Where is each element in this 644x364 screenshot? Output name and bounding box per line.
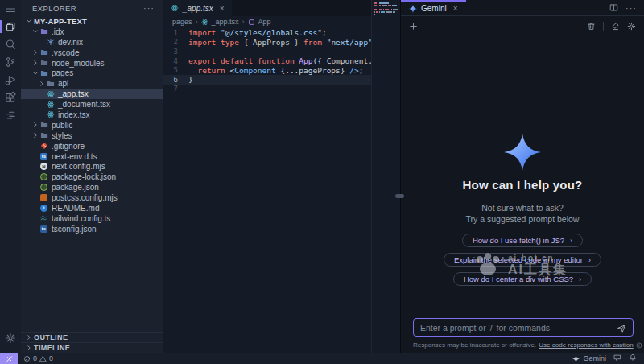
explorer-icon[interactable] xyxy=(0,18,21,35)
react-icon xyxy=(47,101,55,109)
folder-icon xyxy=(40,131,48,139)
tree-item-pages[interactable]: pages xyxy=(21,68,163,78)
chevron-down-icon xyxy=(25,17,33,25)
tree-item-my-app-text[interactable]: MY-APP-TEXT xyxy=(21,16,163,27)
explorer-sidebar: EXPLORER ··· MY-APP-TEXT.idxdev.nix.vsco… xyxy=(21,0,163,353)
tree-item-index-tsx[interactable]: index.tsx xyxy=(21,110,163,120)
menu-icon[interactable] xyxy=(0,2,21,15)
tree-item-postcss-config-mjs[interactable]: postcss.config.mjs xyxy=(21,192,163,203)
suggested-prompt-3[interactable]: How do I center a div with CSS?› xyxy=(453,272,592,286)
trash-icon[interactable] xyxy=(587,22,596,31)
new-chat-icon[interactable] xyxy=(409,22,418,31)
code-line-5: 5 return <Component {...pageProps} />; xyxy=(163,65,400,75)
code-editor[interactable]: 1import "@/styles/globals.css";2import t… xyxy=(163,27,400,353)
feedback-icon[interactable] xyxy=(613,354,621,363)
panel-resize-handle[interactable] xyxy=(395,194,404,198)
tree-item-vscode[interactable]: .vscode xyxy=(21,48,163,58)
close-icon[interactable]: × xyxy=(453,4,458,13)
gemini-hint: Not sure what to ask? Try a suggested pr… xyxy=(466,202,580,225)
code-line-3: 3 xyxy=(163,47,400,56)
tree-item-tailwind-config-ts[interactable]: tailwind.config.ts xyxy=(21,213,163,224)
timeline-section[interactable]: TIMELINE xyxy=(21,342,163,353)
warnings-count: 0 xyxy=(49,354,53,362)
postcss-icon xyxy=(40,194,47,201)
react-icon xyxy=(171,4,179,12)
status-bar: 0 0 Gemini xyxy=(0,353,644,364)
node-package-icon xyxy=(40,173,47,180)
gemini-sparkle-icon xyxy=(409,5,417,13)
suggested-prompt-2[interactable]: Explain the selected code in my editor› xyxy=(444,253,601,267)
chevron-right-icon xyxy=(38,80,46,88)
breadcrumb[interactable]: pages › _app.tsx › App xyxy=(163,16,400,27)
idx-logs-icon[interactable] xyxy=(0,106,21,124)
warnings-icon xyxy=(39,355,47,362)
info-icon[interactable] xyxy=(636,342,642,349)
breadcrumb-folder[interactable]: pages xyxy=(172,18,192,26)
folder-icon xyxy=(40,48,48,56)
run-debug-icon[interactable] xyxy=(0,71,21,89)
close-icon[interactable]: × xyxy=(220,4,225,13)
extensions-icon[interactable] xyxy=(0,89,21,106)
notifications-bell-icon[interactable] xyxy=(629,354,637,363)
panel-more-icon[interactable]: ··· xyxy=(625,3,637,13)
tree-item-gitignore[interactable]: .gitignore xyxy=(21,141,163,151)
remote-indicator[interactable] xyxy=(0,353,18,364)
outline-section[interactable]: OUTLINE xyxy=(21,332,163,342)
tree-item-styles[interactable]: styles xyxy=(21,130,163,141)
search-icon[interactable] xyxy=(0,35,21,53)
gemini-status-item[interactable]: Gemini xyxy=(572,354,606,362)
tree-item-idx[interactable]: .idx xyxy=(21,27,163,37)
chevron-right-icon xyxy=(25,344,33,352)
code-line-4: 4export default function App({ Component… xyxy=(163,56,400,66)
outline-label: OUTLINE xyxy=(34,333,68,341)
breadcrumb-file[interactable]: _app.tsx xyxy=(212,18,239,26)
send-icon[interactable] xyxy=(617,323,626,333)
tree-item-api[interactable]: api xyxy=(21,78,163,89)
breadcrumb-symbol[interactable]: App xyxy=(258,18,271,26)
minimap[interactable] xyxy=(371,0,400,353)
tree-item-next-config-mjs[interactable]: Nnext.config.mjs xyxy=(21,161,163,172)
tab-app-tsx[interactable]: _app.tsx × xyxy=(163,0,232,16)
readme-info-icon: i xyxy=(40,205,47,212)
folder-icon xyxy=(47,80,55,88)
gemini-disclaimer: Responses may be inaccurate or offensive… xyxy=(413,341,634,349)
prompt-input[interactable] xyxy=(420,323,612,333)
tree-item-node-modules[interactable]: node_modules xyxy=(21,58,163,68)
chevron-right-icon xyxy=(31,59,39,67)
git-icon xyxy=(40,142,48,150)
tab-label: _app.tsx xyxy=(183,4,213,13)
editor-tab-bar: _app.tsx × ··· xyxy=(163,0,400,16)
errors-icon xyxy=(23,355,31,362)
tree-item-next-env-d-ts[interactable]: tsnext-env.d.ts xyxy=(21,151,163,162)
tree-item-public[interactable]: public xyxy=(21,120,163,130)
activity-bar xyxy=(0,0,21,353)
tree-item-readme-md[interactable]: iREADME.md xyxy=(21,203,163,213)
tab-gemini[interactable]: Gemini × xyxy=(401,0,466,15)
tree-item-package-json[interactable]: package.json xyxy=(21,182,163,192)
disclaimer-link[interactable]: Use code responses with caution xyxy=(539,341,633,349)
tree-item-dev-nix[interactable]: dev.nix xyxy=(21,37,163,48)
gemini-panel: Gemini × ··· xyxy=(400,0,644,353)
split-editor-icon[interactable] xyxy=(609,3,618,12)
react-icon xyxy=(47,110,55,118)
symbol-icon xyxy=(248,19,255,26)
chevron-right-icon xyxy=(31,131,39,139)
ide-window: EXPLORER ··· MY-APP-TEXT.idxdev.nix.vsco… xyxy=(0,0,644,364)
eraser-icon[interactable] xyxy=(611,22,620,31)
gemini-sparkle-logo xyxy=(504,134,541,171)
suggested-prompt-1[interactable]: How do I use fetch() in JS?› xyxy=(462,234,583,247)
gemini-status-label: Gemini xyxy=(583,354,606,362)
tree-item-app-tsx[interactable]: _app.tsx xyxy=(21,89,163,99)
explorer-more-icon[interactable]: ··· xyxy=(143,3,155,13)
tree-item-tsconfig-json[interactable]: tstsconfig.json xyxy=(21,224,163,234)
node-package-icon xyxy=(40,184,47,191)
chevron-right-icon xyxy=(31,121,39,129)
nix-icon xyxy=(47,38,55,46)
tree-item-package-lock-json[interactable]: package-lock.json xyxy=(21,172,163,182)
tree-item-document-tsx[interactable]: _document.tsx xyxy=(21,99,163,110)
gear-icon[interactable] xyxy=(627,22,636,31)
source-control-icon[interactable] xyxy=(0,53,21,71)
settings-gear-icon[interactable] xyxy=(0,329,21,347)
problems-status[interactable]: 0 0 xyxy=(23,354,53,362)
timeline-label: TIMELINE xyxy=(34,344,70,352)
